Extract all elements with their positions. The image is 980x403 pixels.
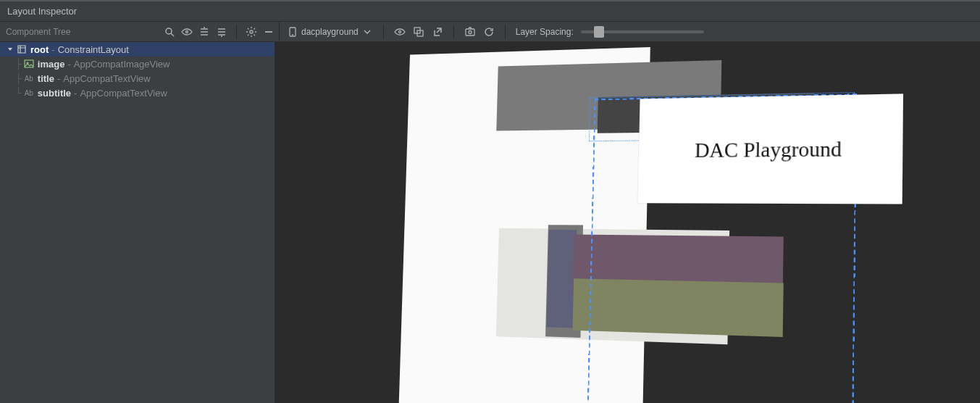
tree-node-subtitle[interactable]: └ Ab subtitle - AppCompatTextView: [0, 86, 275, 100]
collapse-all-icon[interactable]: [216, 26, 227, 38]
layer-subtitle-text[interactable]: [572, 278, 783, 337]
export-icon[interactable]: [432, 26, 443, 38]
node-type: AppCompatImageView: [74, 59, 170, 70]
node-name: title: [38, 73, 54, 84]
component-tree: root - ConstraintLayout ├ image - AppCom…: [0, 42, 275, 403]
tree-node-root[interactable]: root - ConstraintLayout: [0, 42, 275, 57]
refresh-icon[interactable]: [483, 26, 495, 38]
image-icon: [23, 58, 35, 70]
layout-icon: [16, 43, 28, 55]
svg-rect-20: [25, 60, 33, 67]
node-name: root: [30, 44, 49, 55]
viewer-tools: dacplayground Layer Spacing:: [280, 22, 980, 41]
device-icon: [287, 26, 298, 38]
separator: [236, 25, 237, 39]
layer-spacing-label: Layer Spacing:: [516, 27, 574, 37]
render-title-text: DAC Playground: [695, 137, 842, 162]
separator: [453, 25, 454, 39]
gear-icon[interactable]: [246, 26, 257, 38]
tree-node-title[interactable]: ├ Ab title - AppCompatTextView: [0, 71, 275, 86]
svg-line-1: [171, 33, 174, 36]
svg-point-19: [469, 30, 472, 33]
minimize-icon[interactable]: [263, 26, 275, 38]
node-type: ConstraintLayout: [58, 44, 129, 55]
layer-spacing-slider[interactable]: [581, 30, 704, 33]
chevron-down-icon: [361, 26, 373, 38]
node-name: subtitle: [38, 88, 71, 99]
slider-thumb[interactable]: [594, 26, 604, 38]
svg-point-2: [186, 30, 188, 33]
node-type: AppCompatTextView: [63, 73, 150, 84]
layout-3d-viewer[interactable]: DAC Playground: [275, 42, 980, 403]
process-name: dacplayground: [301, 27, 359, 37]
eye-icon[interactable]: [181, 26, 193, 38]
text-icon: Ab: [23, 87, 35, 99]
text-icon: Ab: [23, 72, 35, 84]
snapshot-icon[interactable]: [464, 26, 476, 38]
layer-title-card[interactable]: DAC Playground: [638, 94, 904, 204]
tree-node-image[interactable]: ├ image - AppCompatImageView: [0, 57, 275, 71]
svg-point-15: [398, 30, 401, 33]
separator: [505, 25, 506, 39]
chevron-down-icon[interactable]: [6, 45, 14, 54]
component-tree-header: Component Tree: [0, 22, 159, 41]
node-type: AppCompatTextView: [80, 88, 167, 99]
eye-icon[interactable]: [394, 26, 406, 38]
overlay-icon[interactable]: [413, 26, 424, 38]
search-icon[interactable]: [164, 26, 175, 38]
tree-tools: [159, 22, 280, 41]
svg-rect-18: [466, 29, 474, 36]
expand-all-icon[interactable]: [198, 26, 210, 38]
node-name: image: [38, 59, 65, 70]
window-titlebar: Layout Inspector: [0, 0, 980, 22]
separator: [383, 25, 384, 39]
svg-point-0: [166, 28, 172, 34]
svg-point-11: [250, 30, 253, 33]
toolbar: Component Tree dacplayground Layer Spaci…: [0, 22, 980, 42]
window-title: Layout Inspector: [7, 6, 77, 17]
process-selector[interactable]: dacplayground: [287, 26, 373, 38]
